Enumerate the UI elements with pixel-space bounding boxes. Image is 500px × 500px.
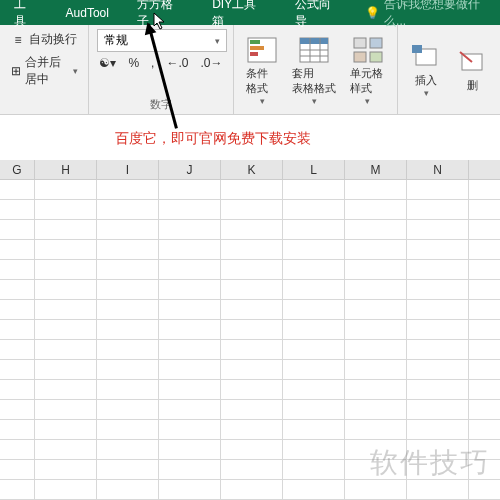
cell[interactable]	[345, 200, 407, 219]
cell[interactable]	[221, 440, 283, 459]
cell[interactable]	[221, 420, 283, 439]
cell[interactable]	[97, 280, 159, 299]
cell[interactable]	[345, 280, 407, 299]
cell[interactable]	[345, 180, 407, 199]
cell[interactable]	[159, 280, 221, 299]
cell[interactable]	[0, 300, 35, 319]
cell[interactable]	[97, 460, 159, 479]
cell[interactable]	[97, 200, 159, 219]
cell[interactable]	[345, 480, 407, 499]
table-format-button[interactable]: 套用 表格格式 ▾	[288, 34, 340, 108]
tab-tools[interactable]: 工具	[0, 0, 52, 25]
cell[interactable]	[221, 220, 283, 239]
cell[interactable]	[159, 200, 221, 219]
cell[interactable]	[407, 320, 469, 339]
cell[interactable]	[345, 220, 407, 239]
cell[interactable]	[283, 300, 345, 319]
cell[interactable]	[35, 200, 97, 219]
cell[interactable]	[221, 380, 283, 399]
cell[interactable]	[159, 420, 221, 439]
cell[interactable]	[35, 420, 97, 439]
cell[interactable]	[345, 380, 407, 399]
cell[interactable]	[0, 400, 35, 419]
increase-decimal-button[interactable]: ←.0	[164, 54, 190, 72]
cell[interactable]	[407, 300, 469, 319]
cell[interactable]	[407, 420, 469, 439]
insert-button[interactable]: 插入 ▾	[406, 41, 446, 100]
column-header-K[interactable]: K	[221, 160, 283, 179]
number-format-dropdown[interactable]: 常规 ▾	[97, 29, 227, 52]
cell[interactable]	[35, 260, 97, 279]
cell[interactable]	[407, 240, 469, 259]
column-header-I[interactable]: I	[97, 160, 159, 179]
cell[interactable]	[0, 280, 35, 299]
cell[interactable]	[159, 260, 221, 279]
cell[interactable]	[407, 360, 469, 379]
cell[interactable]	[0, 460, 35, 479]
cell[interactable]	[0, 360, 35, 379]
cell[interactable]	[283, 440, 345, 459]
cell[interactable]	[283, 280, 345, 299]
cell[interactable]	[345, 420, 407, 439]
cell[interactable]	[407, 340, 469, 359]
cell[interactable]	[35, 180, 97, 199]
cell[interactable]	[159, 360, 221, 379]
cell[interactable]	[35, 380, 97, 399]
cell[interactable]	[407, 280, 469, 299]
cell[interactable]	[407, 400, 469, 419]
cell[interactable]	[221, 400, 283, 419]
cell[interactable]	[35, 220, 97, 239]
cell[interactable]	[97, 240, 159, 259]
cell[interactable]	[0, 220, 35, 239]
cell[interactable]	[221, 200, 283, 219]
cell[interactable]	[97, 260, 159, 279]
cell[interactable]	[0, 240, 35, 259]
cell[interactable]	[0, 260, 35, 279]
cell[interactable]	[159, 240, 221, 259]
cell[interactable]	[283, 180, 345, 199]
cell[interactable]	[159, 440, 221, 459]
cell[interactable]	[407, 480, 469, 499]
column-header-H[interactable]: H	[35, 160, 97, 179]
cell[interactable]	[345, 320, 407, 339]
cell[interactable]	[97, 360, 159, 379]
column-header-L[interactable]: L	[283, 160, 345, 179]
cell[interactable]	[345, 340, 407, 359]
cell[interactable]	[35, 300, 97, 319]
cell[interactable]	[97, 400, 159, 419]
cell[interactable]	[35, 240, 97, 259]
cell[interactable]	[221, 480, 283, 499]
tab-audtool[interactable]: AudTool	[52, 0, 123, 25]
cell[interactable]	[283, 260, 345, 279]
cell[interactable]	[283, 460, 345, 479]
cell[interactable]	[221, 360, 283, 379]
column-header-N[interactable]: N	[407, 160, 469, 179]
cell[interactable]	[0, 480, 35, 499]
cell[interactable]	[283, 420, 345, 439]
currency-button[interactable]: ☯▾	[97, 54, 118, 72]
cell[interactable]	[0, 320, 35, 339]
cell[interactable]	[283, 400, 345, 419]
cell[interactable]	[221, 260, 283, 279]
cell[interactable]	[0, 180, 35, 199]
cell[interactable]	[407, 260, 469, 279]
cell[interactable]	[97, 420, 159, 439]
cell[interactable]	[97, 480, 159, 499]
cell[interactable]	[159, 380, 221, 399]
cell[interactable]	[283, 380, 345, 399]
cell[interactable]	[0, 440, 35, 459]
cell[interactable]	[221, 340, 283, 359]
tab-formula[interactable]: 公式向导	[281, 0, 356, 25]
cell[interactable]	[221, 460, 283, 479]
cell[interactable]	[407, 220, 469, 239]
cell[interactable]	[221, 320, 283, 339]
cell[interactable]	[221, 280, 283, 299]
cell[interactable]	[407, 200, 469, 219]
cell[interactable]	[345, 300, 407, 319]
cell[interactable]	[35, 460, 97, 479]
cell[interactable]	[283, 340, 345, 359]
cell[interactable]	[283, 200, 345, 219]
cell[interactable]	[283, 480, 345, 499]
column-header-M[interactable]: M	[345, 160, 407, 179]
cell[interactable]	[0, 200, 35, 219]
